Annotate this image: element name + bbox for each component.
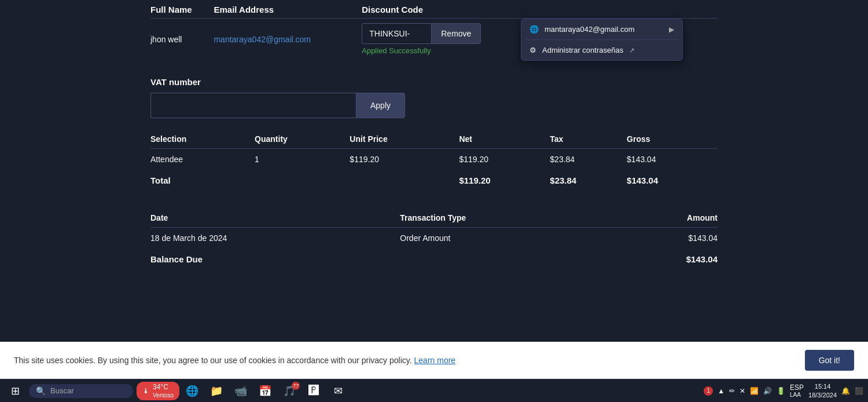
full-name-header: Full Name <box>150 0 214 19</box>
row-selection: Attendee <box>150 149 255 170</box>
learn-more-link[interactable]: Learn more <box>414 356 456 365</box>
apply-vat-button[interactable]: Apply <box>356 93 405 118</box>
balance-label: Balance Due <box>150 248 400 270</box>
taskbar-right: 1 ▲ ✏ ✕ 📶 🔊 🔋 ESP LAA 15:14 18/3/2024 🔔 … <box>704 382 863 399</box>
taskbar-clock: 15:14 18/3/2024 <box>808 382 837 399</box>
taskbar-search-bar[interactable]: 🔍 Buscar <box>29 384 133 398</box>
taskbar-apps: 🌡 34°C Ventoso 🌐 📁 📹 📅 🎵 77 🅿 ✉ <box>137 381 700 401</box>
email-link[interactable]: mantaraya042@gmail.com <box>214 35 311 44</box>
vat-input-wrapper: Apply <box>150 93 405 118</box>
up-arrow-icon: ▲ <box>718 387 724 395</box>
taskbar-app-calendar[interactable]: 📅 <box>253 381 277 401</box>
taskbar: ⊞ 🔍 Buscar 🌡 34°C Ventoso 🌐 📁 📹 📅 🎵 <box>0 379 868 402</box>
chrome-icon: 🌐 <box>186 385 198 397</box>
pen-icon: ✏ <box>729 387 735 395</box>
discount-code-input[interactable] <box>362 23 431 44</box>
total-row: Total $119.20 $23.84 $143.04 <box>150 170 718 191</box>
context-menu-email-item[interactable]: 🌐 mantaraya042@gmail.com ▶ <box>521 19 682 39</box>
table-row: 18 de March de 2024 Order Amount $143.04 <box>150 228 718 249</box>
vat-section: VAT number Apply <box>150 77 718 118</box>
start-button[interactable]: ⊞ <box>5 381 25 401</box>
col-quantity: Quantity <box>255 130 350 149</box>
customer-email: mantaraya042@gmail.com <box>214 19 362 60</box>
col-gross: Gross <box>627 130 718 149</box>
got-it-button[interactable]: Got it! <box>805 350 854 371</box>
vat-input[interactable] <box>150 93 356 118</box>
video-icon: 📹 <box>234 385 247 397</box>
discount-code-header: Discount Code <box>362 0 544 19</box>
wifi-icon: 📶 <box>750 387 759 395</box>
main-content: Full Name Email Address Discount Code jh… <box>0 0 868 270</box>
remove-discount-button[interactable]: Remove <box>431 23 481 44</box>
taskbar-app-notes[interactable]: 🎵 77 <box>278 381 301 401</box>
volume-icon: 🔊 <box>763 387 772 395</box>
transaction-amount: $143.04 <box>615 228 718 249</box>
search-icon: 🔍 <box>36 386 46 396</box>
arrow-right-icon: ▶ <box>669 25 674 34</box>
taskbar-app-mail[interactable]: ✉ <box>326 381 350 401</box>
taskbar-app-ps[interactable]: 🅿 <box>302 381 325 401</box>
windows-icon: ⊞ <box>11 385 20 397</box>
discount-code-cell: Remove Applied Successfully <box>362 19 544 60</box>
weather-temp: 34°C Ventoso <box>153 383 174 399</box>
gear-icon: ⚙ <box>529 46 536 54</box>
taskview-icon: ⬛ <box>855 387 863 395</box>
total-gross: $143.04 <box>627 170 718 191</box>
search-placeholder: Buscar <box>50 386 73 395</box>
extra-header <box>544 0 718 19</box>
cookie-banner-text: This site uses cookies. By using this si… <box>14 356 796 365</box>
total-quantity <box>255 170 350 191</box>
total-tax: $23.84 <box>550 170 627 191</box>
vat-label: VAT number <box>150 77 718 87</box>
balance-row: Balance Due $143.04 <box>150 248 718 270</box>
context-menu-cell: 🌐 mantaraya042@gmail.com ▶ ⚙ Administrar… <box>544 19 718 60</box>
bell-icon[interactable]: 🔔 <box>841 387 850 395</box>
customer-info-table: Full Name Email Address Discount Code jh… <box>150 0 718 60</box>
user-icon: 🌐 <box>529 25 539 34</box>
customer-name: jhon well <box>150 19 214 60</box>
row-quantity: 1 <box>255 149 350 170</box>
context-menu-passwords-item[interactable]: ⚙ Administrar contraseñas ↗ <box>521 40 682 60</box>
taskbar-app-video[interactable]: 📹 <box>229 381 252 401</box>
weather-icon: 🌡 <box>142 387 149 395</box>
row-net: $119.20 <box>459 149 550 170</box>
taskbar-app-chrome[interactable]: 🌐 <box>181 381 204 401</box>
table-row: Attendee 1 $119.20 $119.20 $23.84 $143.0… <box>150 149 718 170</box>
col-net: Net <box>459 130 550 149</box>
total-label: Total <box>150 170 255 191</box>
cookie-banner: This site uses cookies. By using this si… <box>0 342 868 379</box>
col-selection: Selection <box>150 130 255 149</box>
manage-passwords-label: Administrar contraseñas <box>542 46 623 54</box>
row-gross: $143.04 <box>627 149 718 170</box>
context-menu-email: mantaraya042@gmail.com <box>545 25 663 34</box>
balance-amount: $143.04 <box>615 248 718 270</box>
ps-icon: 🅿 <box>308 385 319 397</box>
transaction-type: Order Amount <box>400 228 615 249</box>
transaction-date: 18 de March de 2024 <box>150 228 400 249</box>
mail-icon: ✉ <box>334 385 343 397</box>
email-header: Email Address <box>214 0 362 19</box>
col-tax: Tax <box>550 130 627 149</box>
cookie-message: This site uses cookies. By using this si… <box>14 356 412 365</box>
notification-badge: 1 <box>704 386 713 396</box>
row-unit-price: $119.20 <box>350 149 459 170</box>
transaction-table: Date Transaction Type Amount 18 de March… <box>150 209 718 270</box>
applied-success-text: Applied Successfully <box>362 46 544 55</box>
col-date: Date <box>150 209 400 228</box>
calendar-icon: 📅 <box>259 385 271 397</box>
apps-badge: 77 <box>292 382 300 390</box>
battery-icon: 🔋 <box>777 387 785 395</box>
discount-input-wrapper: Remove <box>362 23 544 44</box>
context-menu: 🌐 mantaraya042@gmail.com ▶ ⚙ Administrar… <box>521 19 683 61</box>
col-unit-price: Unit Price <box>350 130 459 149</box>
taskbar-app-files[interactable]: 📁 <box>205 381 228 401</box>
order-summary-table: Selection Quantity Unit Price Net Tax Gr… <box>150 130 718 191</box>
total-unit-price <box>350 170 459 191</box>
language-indicator: ESP LAA <box>790 383 804 398</box>
total-net: $119.20 <box>459 170 550 191</box>
files-icon: 📁 <box>210 385 223 397</box>
col-amount: Amount <box>615 209 718 228</box>
col-transaction-type: Transaction Type <box>400 209 615 228</box>
balance-empty <box>400 248 615 270</box>
weather-widget[interactable]: 🌡 34°C Ventoso <box>137 382 179 400</box>
